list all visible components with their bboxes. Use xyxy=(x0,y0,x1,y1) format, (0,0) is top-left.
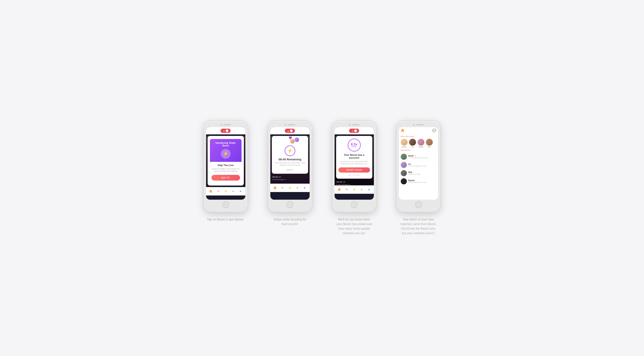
phone-4: 🔥 💬 NEW MATCHES Brittany Erica xyxy=(396,121,440,212)
nick-preview: Designer at Tinder xyxy=(408,173,436,175)
boost-lightning-circle: ⚡ xyxy=(221,149,231,159)
float-avatar-2 xyxy=(294,137,300,142)
action-star-2[interactable]: ★ xyxy=(302,185,307,191)
match-erica[interactable]: Erica xyxy=(409,139,416,147)
action-star-1[interactable]: ★ xyxy=(238,189,243,194)
message-nick[interactable]: Nick Designer at Tinder xyxy=(401,169,436,177)
toggle-dot xyxy=(226,129,228,132)
boost-active-desc: You're being seen by more people. Keep s… xyxy=(274,162,306,166)
david-name: David ⚡ xyxy=(408,155,436,157)
profile-name-3: Michael, 21 xyxy=(334,180,374,184)
phone-1-bg: Introducing Tinder Boost ⚡ Skip The Line… xyxy=(206,136,245,186)
action-fire-1[interactable]: 🔥 xyxy=(208,189,214,194)
caption-3: We'll let you know when your Boost has e… xyxy=(335,217,373,236)
message-liz[interactable]: Liz Product Manager at Tinder xyxy=(401,161,436,169)
boost-intro-title: Introducing Tinder Boost xyxy=(212,142,239,147)
tinder-header-3: 🔥 xyxy=(334,127,374,134)
home-button-3[interactable] xyxy=(351,201,358,208)
phone-4-screen: 🔥 💬 NEW MATCHES Brittany Erica xyxy=(399,127,438,200)
claire-name: Claire xyxy=(428,146,431,147)
liz-avatar xyxy=(401,162,407,168)
home-button-2[interactable] xyxy=(286,201,294,208)
action-bar-1: 🔥 ✕ ⚡ ♥ ★ xyxy=(206,187,245,196)
kayleigh-avatar xyxy=(418,139,424,146)
action-bar-3: 🔥 ✕ ⚡ ♥ ★ xyxy=(334,185,374,194)
david-preview: ↩ I'll be flying to Italy tonight... xyxy=(408,157,436,159)
phone-4-top-bar xyxy=(399,123,438,127)
timer-lightning-icon: ⚡ xyxy=(287,148,292,153)
rachel-content: Rachel Product Manager at Tinder xyxy=(408,180,436,183)
toggle-dot-2 xyxy=(290,129,293,132)
home-button-4[interactable] xyxy=(415,201,422,208)
got-it-button[interactable]: GOT IT! xyxy=(212,175,240,181)
boost-success-card: 8.5x VIEWS Your Boost was a success! You… xyxy=(336,136,372,179)
tinder-header-1: 🔥 xyxy=(206,127,245,134)
phone-3-screen: 🔥 8.5x VIEWS Your Boost was a success! Y… xyxy=(334,127,374,200)
action-heart-1[interactable]: ♥ xyxy=(230,189,236,194)
tinder-flame-icon: 🔥 xyxy=(401,129,404,132)
messages-section: MESSAGES David ⚡ ↩ I'll be flying to Ita… xyxy=(399,148,438,187)
tinder-toggle-1[interactable]: 🔥 xyxy=(220,129,231,133)
action-star-3[interactable]: ★ xyxy=(366,187,372,192)
no-thanks-button[interactable]: NO, THANKS xyxy=(338,174,370,176)
action-boost-1[interactable]: ⚡ xyxy=(223,189,228,194)
boost-views-circle: 8.5x VIEWS xyxy=(348,139,361,151)
action-x-1[interactable]: ✕ xyxy=(216,189,221,194)
new-matches-section: NEW MATCHES Brittany Erica Kayleigh xyxy=(399,134,438,148)
tinder-header-2: 🔥 xyxy=(270,127,310,134)
page-container: 🔥 Introducing Tinder Boost ⚡ xyxy=(198,121,446,236)
nick-content: Nick Designer at Tinder xyxy=(408,171,436,175)
boost-timer-circle: ⚡ xyxy=(285,145,295,156)
phone-2-screen: 🔥 💜 ⚡ xyxy=(270,127,310,200)
action-x-2[interactable]: ✕ xyxy=(280,185,285,191)
okay-button[interactable]: OKAY xyxy=(274,169,306,171)
caption-4: See which of your new matches came from … xyxy=(400,217,438,236)
boost-time-text: 08:45 Remaining xyxy=(274,158,306,161)
phone-2-top-bar xyxy=(270,123,310,127)
boost-again-button[interactable]: BOOST AGAIN xyxy=(338,167,370,172)
liz-preview: Product Manager at Tinder xyxy=(408,165,436,167)
action-x-3[interactable]: ✕ xyxy=(344,187,350,192)
erica-avatar xyxy=(409,139,416,146)
match-brittany[interactable]: Brittany xyxy=(401,139,408,147)
kayleigh-name: Kayleigh xyxy=(418,146,424,147)
matches-row: Brittany Erica Kayleigh Claire xyxy=(401,139,436,147)
profile-sub-2: Product Manager at... xyxy=(270,179,310,181)
caption-2: Swipe while boosting for best results! xyxy=(271,217,309,226)
floating-avatars: 💜 xyxy=(274,139,306,145)
brittany-name: Brittany xyxy=(402,146,406,147)
messages-header: 🔥 💬 xyxy=(399,127,438,134)
action-boost-2[interactable]: ⚡ xyxy=(287,185,292,191)
camera-dot-2 xyxy=(285,124,286,126)
speaker-bar-2 xyxy=(288,124,295,125)
action-boost-3[interactable]: ⚡ xyxy=(351,187,357,192)
phone-2: 🔥 💜 ⚡ xyxy=(268,121,312,212)
action-fire-2[interactable]: 🔥 xyxy=(272,185,278,191)
action-heart-2[interactable]: ♥ xyxy=(294,185,300,191)
liz-name: Liz xyxy=(408,163,436,165)
home-button-1[interactable] xyxy=(222,201,229,208)
claire-avatar xyxy=(426,139,433,146)
boost-active-card: 💜 ⚡ 08:45 Remaining You're being seen by… xyxy=(272,136,308,174)
phone-1-screen: 🔥 Introducing Tinder Boost ⚡ xyxy=(206,127,245,200)
message-rachel[interactable]: Rachel Product Manager at Tinder xyxy=(401,177,436,186)
boost-purple-header: Introducing Tinder Boost ⚡ xyxy=(210,139,242,162)
phone-3-bg: 8.5x VIEWS Your Boost was a success! You… xyxy=(334,136,374,185)
phone-3: 🔥 8.5x VIEWS Your Boost was a success! Y… xyxy=(332,121,376,212)
camera-dot xyxy=(220,124,222,126)
success-title: Your Boost was a success! xyxy=(338,153,370,159)
phone-3-top-bar xyxy=(334,123,374,127)
erica-name: Erica xyxy=(411,146,414,147)
message-david[interactable]: David ⚡ ↩ I'll be flying to Italy tonigh… xyxy=(401,153,436,161)
brittany-avatar xyxy=(401,139,408,146)
action-fire-3[interactable]: 🔥 xyxy=(337,187,342,192)
nick-name: Nick xyxy=(408,171,436,173)
speaker-bar xyxy=(224,124,231,125)
match-claire[interactable]: Claire xyxy=(426,139,433,147)
action-heart-3[interactable]: ♥ xyxy=(359,187,364,192)
boost-intro-card: Introducing Tinder Boost ⚡ Skip The Line… xyxy=(208,136,244,186)
tinder-toggle-2[interactable]: 🔥 xyxy=(285,129,295,133)
match-kayleigh[interactable]: Kayleigh xyxy=(418,139,424,147)
tinder-toggle-3[interactable]: 🔥 xyxy=(349,129,359,133)
liz-content: Liz Product Manager at Tinder xyxy=(408,163,436,167)
